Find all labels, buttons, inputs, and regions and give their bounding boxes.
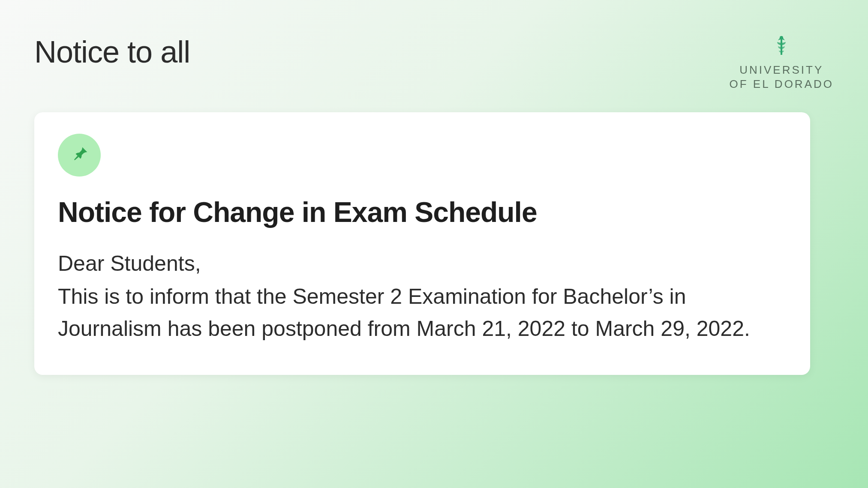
notice-card: Notice for Change in Exam Schedule Dear … xyxy=(34,112,810,375)
notice-text: This is to inform that the Semester 2 Ex… xyxy=(58,284,750,341)
header: Notice to all UNIVERSITY OF EL DORADO xyxy=(34,34,834,91)
notice-title: Notice for Change in Exam Schedule xyxy=(58,196,787,228)
pin-badge xyxy=(58,134,101,177)
university-logo: UNIVERSITY OF EL DORADO xyxy=(729,34,834,91)
logo-text-line1: UNIVERSITY xyxy=(729,63,834,77)
notice-greeting: Dear Students, xyxy=(58,248,787,280)
page-title: Notice to all xyxy=(34,34,190,69)
svg-point-0 xyxy=(780,36,783,39)
logo-text-line2: OF EL DORADO xyxy=(729,78,834,91)
notice-body: Dear Students, This is to inform that th… xyxy=(58,248,787,345)
caduceus-icon xyxy=(769,34,793,58)
pin-icon xyxy=(69,145,90,165)
